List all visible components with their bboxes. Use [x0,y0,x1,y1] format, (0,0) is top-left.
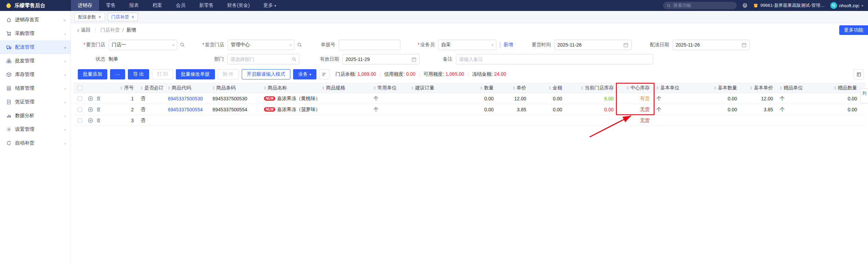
sort-icon[interactable] [780,86,782,90]
sidebar-item-voucher[interactable]: 凭证管理› [0,95,71,109]
sidebar-item-inventory[interactable]: 库存管理› [0,68,71,82]
sort-icon[interactable] [168,86,170,90]
sidebar-item-delivery[interactable]: 配送管理› [0,40,71,54]
store-selector[interactable]: 99661-新界面果蔬版测试-管理… [753,2,825,9]
tab-delivery-params[interactable]: 配送参数× [74,13,105,21]
sidebar-item-home[interactable]: 进销存首页« [0,13,71,27]
col-header-base_price[interactable]: 基本单价 [740,85,776,91]
batch-add-more-button[interactable]: ··· [110,69,125,79]
speed-input-mode-button[interactable]: 开启极速输入模式 [242,69,290,79]
top-menu-more[interactable]: 更多▾ [256,0,283,11]
sidebar-item-wholesale[interactable]: 批发管理› [0,54,71,68]
col-header-price[interactable]: 单价 [497,85,530,91]
request-store-select[interactable]: 门店一 ▾ [109,40,177,50]
bill-no-input[interactable] [339,40,400,50]
col-header-gift_qty[interactable]: 赠品数量 [812,85,860,91]
printer-icon[interactable] [742,3,748,8]
sort-icon[interactable] [581,86,583,90]
cell-value: 个 [374,96,378,102]
request-store-search-icon[interactable] [180,42,185,48]
collapse-sidebar-icon[interactable]: « [63,17,66,23]
row-checkbox[interactable] [77,118,82,123]
col-header-amount[interactable]: 金额 [530,85,566,91]
salesman-select[interactable]: 自采 ▾ [438,40,496,50]
sort-icon[interactable] [714,86,716,90]
top-menu-members[interactable]: 会员 [169,0,192,11]
col-header-base_qty[interactable]: 基本数量 [689,85,740,91]
sort-icon[interactable] [480,86,482,90]
sidebar-item-settings[interactable]: 设置管理› [0,123,71,136]
col-header-store_stock[interactable]: 当前门店库存 [566,85,617,91]
select-all-checkbox[interactable] [77,86,82,90]
col-header-gift_unit[interactable]: 赠品单位 [776,85,812,91]
col-header-spec[interactable]: 商品规格 [319,85,370,91]
sort-icon[interactable] [834,86,836,90]
product-code-link[interactable]: 6945337500554 [168,107,203,112]
column-settings-tab[interactable]: 列 [860,88,868,103]
sort-icon[interactable] [141,86,143,90]
col-header-seq[interactable]: 序号 [103,85,137,91]
ship-store-search-icon[interactable] [297,42,302,48]
add-row-icon[interactable] [88,107,93,112]
back-button[interactable]: ‹ 返回 [77,27,91,33]
top-menu-new-retail[interactable]: 新零售 [192,0,220,11]
app-logo[interactable]: 乐檬零售后台 [0,2,71,9]
sort-icon[interactable] [549,86,551,90]
col-header-qty[interactable]: 数量 [456,85,497,91]
col-header-base_unit[interactable]: 基本单位 [653,85,689,91]
top-menu-finance[interactable]: 财务(资金) [220,0,256,11]
product-code-link[interactable]: 6945337500530 [168,96,203,101]
valid-date-picker[interactable]: 2025-11-29 [342,54,420,64]
top-menu-purchase-sale-stock[interactable]: 进销存 [71,0,99,11]
col-header-must[interactable]: 是否必订 [137,85,165,91]
table-settings-icon[interactable] [854,69,864,79]
col-header-code[interactable]: 商品代码 [165,85,209,91]
top-menu-archives[interactable]: 档案 [146,0,169,11]
tab-close-icon[interactable]: × [98,14,101,20]
sort-settings-icon[interactable] [319,69,329,79]
sidebar-item-analytics[interactable]: 数据分析› [0,109,71,123]
delete-row-icon[interactable] [96,96,101,101]
batch-add-button[interactable]: 批量添加 [78,69,107,79]
sort-icon[interactable] [656,86,659,90]
request-time-date-picker[interactable]: 2025-11-26 [554,40,631,50]
department-input[interactable] [227,54,299,64]
row-checkbox[interactable] [77,107,82,112]
sort-icon[interactable] [374,86,376,90]
global-search-input[interactable]: 搜索功能 [663,2,737,9]
export-button[interactable]: 导 出 [128,69,149,79]
col-header-name[interactable]: 商品名称 [261,85,319,91]
sort-icon[interactable] [322,86,324,90]
sort-icon[interactable] [120,86,122,90]
delete-row-icon[interactable] [96,118,101,123]
col-header-center_stock[interactable]: 中心库存 [617,85,653,91]
top-menu-retail[interactable]: 零售 [99,0,122,11]
business-button[interactable]: 业务▾ [293,69,316,79]
sidebar-item-auto-replenish[interactable]: 自动补货› [0,136,71,150]
sort-icon[interactable] [264,86,266,90]
user-menu[interactable]: N nhsoft.zqc ▾ [830,2,863,9]
col-header-barcode[interactable]: 商品条码 [209,85,261,91]
batch-edit-bill-button[interactable]: 批量修改单据 [176,69,215,79]
delete-row-icon[interactable] [96,107,101,112]
col-header-unit[interactable]: 常用单位 [370,85,408,91]
remark-input[interactable] [456,54,653,64]
sort-icon[interactable] [750,86,752,90]
add-row-icon[interactable] [88,118,93,123]
ship-store-select[interactable]: 管理中心 ▾ [228,40,294,50]
sort-icon[interactable] [213,86,215,90]
sort-icon[interactable] [513,86,515,90]
sort-icon[interactable] [411,86,413,90]
delivery-date-picker[interactable]: 2025-11-26 [673,40,750,50]
top-menu-reports[interactable]: 报表 [122,0,146,11]
tab-store-replenish[interactable]: 门店补货× [108,13,138,21]
sort-icon[interactable] [627,86,629,90]
add-salesman-link[interactable]: 新增 [504,42,513,48]
sidebar-item-purchase[interactable]: 采购管理› [0,27,71,40]
sidebar-item-settlement[interactable]: 结算管理› [0,82,71,95]
tab-close-icon[interactable]: × [132,14,134,20]
col-header-suggest[interactable]: 建议订量 [408,85,456,91]
row-checkbox[interactable] [77,96,82,101]
more-functions-button[interactable]: 更多功能 [839,25,868,35]
add-row-icon[interactable] [88,96,93,101]
